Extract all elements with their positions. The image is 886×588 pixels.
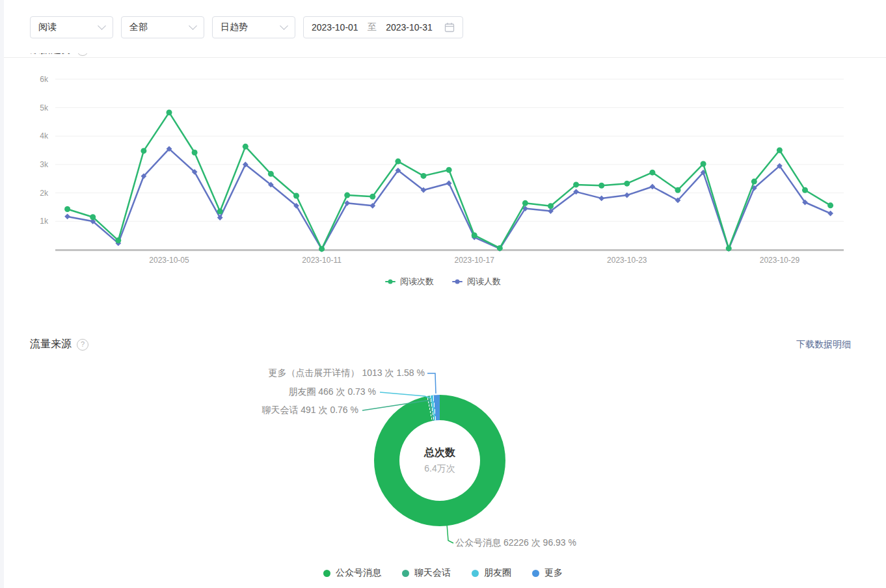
trend-legend: 阅读次数阅读人数 <box>0 276 886 287</box>
donut-center-value: 6.4万次 <box>424 463 455 475</box>
page-left-gutter <box>0 0 4 588</box>
data-point <box>446 180 452 186</box>
traffic-legend-item-更多[interactable]: 更多 <box>532 567 563 579</box>
legend-marker-icon <box>385 281 396 282</box>
donut-center: 总次数 6.4万次 <box>399 420 480 501</box>
data-point <box>64 213 70 219</box>
data-point <box>319 246 325 252</box>
legend-marker-icon <box>452 281 463 282</box>
data-point <box>827 202 833 208</box>
metric-select[interactable]: 阅读 <box>30 16 113 38</box>
data-point <box>726 245 732 251</box>
data-point <box>293 193 299 198</box>
date-range-picker[interactable]: 2023-10-01 至 2023-10-31 <box>303 16 463 38</box>
legend-dot-icon <box>532 570 539 577</box>
data-point <box>777 148 783 154</box>
donut-center-label: 总次数 <box>424 446 455 460</box>
legend-label: 更多 <box>544 567 563 579</box>
analytics-page: 数据趋势 ? 阅读 全部 日趋势 2023-10-01 至 2023-10-31 <box>0 0 886 588</box>
data-point <box>701 161 706 167</box>
date-start: 2023-10-01 <box>312 22 358 33</box>
data-point <box>827 211 833 217</box>
data-point <box>64 206 70 212</box>
data-point <box>369 194 375 200</box>
y-axis-label: 4k <box>40 131 49 140</box>
legend-label: 阅读人数 <box>467 276 501 287</box>
data-point <box>90 214 96 220</box>
legend-dot-icon <box>472 570 479 577</box>
data-point <box>115 237 121 243</box>
x-axis-label: 2023-10-05 <box>149 256 189 265</box>
y-axis-label: 5k <box>40 103 49 113</box>
y-axis-label: 2k <box>40 189 49 198</box>
traffic-legend-item-公众号消息[interactable]: 公众号消息 <box>323 567 381 579</box>
slice-label-chat: 聊天会话 491 次 0.76 % <box>262 405 358 416</box>
x-axis-label: 2023-10-23 <box>607 256 647 265</box>
legend-label: 阅读次数 <box>400 276 434 287</box>
x-axis-label: 2023-10-11 <box>302 256 342 265</box>
traffic-legend-item-聊天会话[interactable]: 聊天会话 <box>402 567 451 579</box>
chevron-down-icon <box>98 21 106 30</box>
calendar-icon <box>444 22 455 33</box>
filter-bar: 阅读 全部 日趋势 2023-10-01 至 2023-10-31 <box>0 0 886 53</box>
granularity-select-value: 日趋势 <box>221 21 248 33</box>
help-icon[interactable]: ? <box>77 339 88 351</box>
data-point <box>243 144 248 150</box>
scope-select[interactable]: 全部 <box>121 16 204 38</box>
slice-label-official: 公众号消息 62226 次 96.93 % <box>455 537 576 549</box>
traffic-legend: 公众号消息聊天会话朋友圈更多 <box>0 567 886 579</box>
x-axis-label: 2023-10-17 <box>455 256 495 265</box>
data-point <box>675 187 681 193</box>
legend-label: 朋友圈 <box>484 567 511 579</box>
legend-dot-icon <box>402 570 409 577</box>
date-separator: 至 <box>368 21 377 33</box>
data-point <box>802 187 808 193</box>
chevron-down-icon <box>280 21 288 30</box>
legend-dot-icon <box>323 570 330 577</box>
traffic-section-title: 流量来源 <box>30 338 72 351</box>
callout-line-official <box>447 524 453 543</box>
data-point <box>192 150 198 155</box>
traffic-section-header: 流量来源 ? <box>30 338 88 351</box>
slice-label-moments: 朋友圈 466 次 0.73 % <box>288 386 376 398</box>
y-axis-label: 6k <box>40 75 49 84</box>
data-point <box>395 159 401 165</box>
download-data-link[interactable]: 下载数据明细 <box>796 339 851 351</box>
data-point <box>624 181 630 187</box>
traffic-legend-item-朋友圈[interactable]: 朋友圈 <box>472 567 511 579</box>
y-axis-label: 3k <box>40 160 49 169</box>
data-point <box>217 209 223 215</box>
x-axis-label: 2023-10-29 <box>760 256 800 265</box>
data-point <box>573 181 579 187</box>
y-axis-label: 1k <box>40 217 49 226</box>
trend-legend-item-阅读次数[interactable]: 阅读次数 <box>385 276 434 287</box>
data-point <box>598 183 604 189</box>
data-point <box>472 232 477 238</box>
data-point <box>522 200 528 206</box>
data-point <box>649 170 655 176</box>
callout-line-more <box>427 373 436 394</box>
data-point <box>268 171 274 177</box>
legend-label: 公众号消息 <box>336 567 381 579</box>
granularity-select[interactable]: 日趋势 <box>212 16 295 38</box>
date-end: 2023-10-31 <box>386 22 433 33</box>
chevron-down-icon <box>189 21 197 30</box>
trend-legend-item-阅读人数[interactable]: 阅读人数 <box>452 276 501 287</box>
legend-label: 聊天会话 <box>414 567 451 579</box>
data-point <box>141 148 146 154</box>
legend-dot-icon <box>455 280 460 284</box>
legend-dot-icon <box>388 280 393 284</box>
scope-select-value: 全部 <box>129 21 148 33</box>
metric-select-value: 阅读 <box>38 21 57 33</box>
data-point <box>167 109 172 115</box>
slice-label-more[interactable]: 更多（点击展开详情） 1013 次 1.58 % <box>269 368 425 379</box>
data-point <box>421 173 427 179</box>
data-point <box>751 179 757 185</box>
data-point <box>446 167 452 173</box>
data-point <box>548 203 554 209</box>
data-point <box>497 245 503 251</box>
series-line-阅读人数 <box>68 149 831 249</box>
data-point <box>344 193 350 198</box>
data-point <box>598 196 604 202</box>
